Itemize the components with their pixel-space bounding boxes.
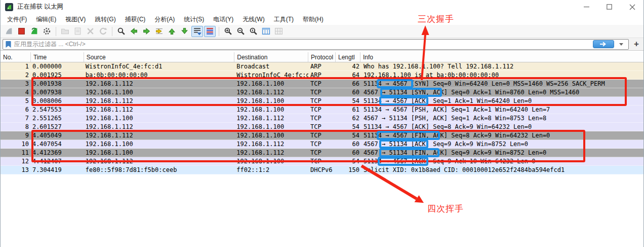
column-header-protocol[interactable]: Protocol <box>308 52 336 62</box>
cell-info: 192.168.1.100 is at ba:0b:00:00:00:00 <box>360 71 643 79</box>
packet-row-11[interactable]: 114.412369192.168.1.100192.168.1.112TCP6… <box>1 149 643 157</box>
column-header-time[interactable]: Time <box>31 52 84 62</box>
fixed-columns-button <box>273 26 285 37</box>
menu-file[interactable]: 文件(F) <box>3 14 31 25</box>
go-to-packet-button[interactable] <box>153 26 165 37</box>
wireshark-logo-icon <box>5 3 13 11</box>
go-last-button[interactable] <box>179 26 190 37</box>
restart-capture-button[interactable] <box>28 26 40 37</box>
auto-scroll-button[interactable] <box>191 26 203 37</box>
cell-no: 3 <box>1 80 31 88</box>
cell-info: 4567 → 51134 [SYN, ACK] Seq=0 Ack=1 Win=… <box>360 88 643 96</box>
menu-analyze[interactable]: 分析(A) <box>150 14 179 25</box>
go-forward-button[interactable] <box>141 26 152 37</box>
zoom-in-button[interactable] <box>222 26 234 37</box>
cell-info: 51134 → 4567 [ACK] Seq=1 Ack=1 Win=64240… <box>360 97 643 105</box>
save-file-icon <box>73 27 82 36</box>
filter-placeholder: 应用显示过滤器 ... <Ctrl-/> <box>14 40 593 49</box>
resize-columns-button[interactable] <box>260 26 272 37</box>
menu-view[interactable]: 视图(V) <box>61 14 90 25</box>
add-filter-button[interactable]: + <box>631 39 641 49</box>
find-packet-button[interactable] <box>115 26 127 37</box>
stop-capture-icon <box>17 27 26 36</box>
stop-capture-button[interactable] <box>16 26 27 37</box>
column-header-source[interactable]: Source <box>84 52 235 62</box>
cell-info: 51134 → 4567 [SYN] Seq=0 Win=64240 Len=0… <box>360 80 643 88</box>
apply-filter-button[interactable] <box>593 40 614 48</box>
packet-row-7[interactable]: 72.551265192.168.1.100192.168.1.112TCP62… <box>1 114 643 123</box>
cell-protocol: TCP <box>308 131 336 139</box>
maximize-button[interactable] <box>598 0 621 14</box>
open-file-icon <box>61 27 69 36</box>
close-button[interactable] <box>621 0 643 14</box>
capture-options-icon <box>43 27 51 36</box>
cell-protocol: TCP <box>308 157 336 165</box>
packet-row-9[interactable]: 94.405049192.168.1.112192.168.1.100TCP54… <box>1 131 643 140</box>
zoom-in-icon <box>224 27 232 36</box>
cell-destination: 192.168.1.112 <box>234 140 308 148</box>
cell-length: 54 <box>336 157 360 165</box>
title-bar: 正在捕获 以太网 <box>1 0 643 14</box>
filter-bar: 应用显示过滤器 ... <Ctrl-/> + <box>1 38 643 50</box>
minimize-button[interactable] <box>575 0 598 14</box>
column-header-length[interactable]: Lengtl <box>336 52 360 62</box>
packet-row-10[interactable]: 104.407054192.168.1.100192.168.1.112TCP6… <box>1 140 643 149</box>
cell-source: 192.168.1.100 <box>84 88 235 96</box>
filter-dropdown-caret[interactable] <box>619 43 623 46</box>
menu-wireless[interactable]: 无线(W) <box>238 14 269 25</box>
packet-row-3[interactable]: 30.001938192.168.1.112192.168.1.100TCP66… <box>1 80 643 88</box>
menu-telephony[interactable]: 电话(Y) <box>209 14 238 25</box>
go-last-icon <box>180 27 189 36</box>
cell-source: 192.168.1.100 <box>84 114 235 122</box>
menu-edit[interactable]: 编辑(E) <box>31 14 61 25</box>
cell-length: 42 <box>336 62 360 70</box>
cell-protocol: TCP <box>308 114 336 122</box>
cell-source: 192.168.1.112 <box>84 105 235 114</box>
cell-length: 64 <box>336 71 360 79</box>
cell-destination: 192.168.1.100 <box>234 157 308 165</box>
cell-no: 6 <box>1 105 31 114</box>
zoom-reset-button[interactable] <box>248 26 259 37</box>
colorize-button[interactable] <box>204 26 216 37</box>
packet-row-5[interactable]: 50.008006192.168.1.112192.168.1.100TCP54… <box>1 97 643 105</box>
go-first-button[interactable] <box>166 26 178 37</box>
zoom-out-button[interactable] <box>235 26 247 37</box>
menu-capture[interactable]: 捕获(C) <box>120 14 150 25</box>
packet-row-6[interactable]: 62.547553192.168.1.112192.168.1.100TCP61… <box>1 105 643 114</box>
cell-source: 192.168.1.100 <box>84 140 235 148</box>
toolbar-separator <box>56 27 56 36</box>
cell-info: 51134 → 4567 [ACK] Seq=9 Ack=10 Win=6423… <box>360 157 643 165</box>
zoom-out-icon <box>236 27 245 36</box>
bookmark-icon[interactable] <box>5 41 12 48</box>
menu-help[interactable]: 帮助(H) <box>298 14 328 25</box>
column-header-destination[interactable]: Destination <box>234 52 308 62</box>
cell-protocol: TCP <box>308 140 336 148</box>
cell-length: 61 <box>336 105 360 114</box>
packet-row-4[interactable]: 40.007938192.168.1.100192.168.1.112TCP60… <box>1 88 643 97</box>
cell-no: 2 <box>1 71 31 79</box>
window-title: 正在捕获 以太网 <box>17 3 63 11</box>
packet-row-1[interactable]: 10.000000WistronInfoC_4e:fc:d1BroadcastA… <box>1 62 643 71</box>
cell-protocol: TCP <box>308 80 336 88</box>
packet-row-8[interactable]: 82.601527192.168.1.112192.168.1.100TCP54… <box>1 123 643 131</box>
go-back-button[interactable] <box>128 26 140 37</box>
menu-statistics[interactable]: 统计(S) <box>179 14 209 25</box>
menu-go[interactable]: 跳转(G) <box>90 14 120 25</box>
restart-capture-icon <box>30 27 38 36</box>
packet-row-13[interactable]: 137.304419fe80::5f98:7d81:f5b0:ceebff02:… <box>1 166 643 174</box>
cell-time: 0.001925 <box>31 71 84 79</box>
column-header-info[interactable]: Info <box>360 52 643 62</box>
menu-tools[interactable]: 工具(T) <box>269 14 298 25</box>
go-first-icon <box>168 27 176 36</box>
go-forward-icon <box>142 27 151 36</box>
cell-protocol: DHCPv6 <box>308 166 336 174</box>
cell-destination: 192.168.1.100 <box>234 131 308 139</box>
capture-options-button[interactable] <box>41 26 53 37</box>
cell-source: 192.168.1.100 <box>84 149 235 157</box>
packet-row-2[interactable]: 20.001925ba:0b:00:00:00:00WistronInfoC_4… <box>1 71 643 80</box>
cell-no: 9 <box>1 131 31 139</box>
packet-row-12[interactable]: 124.412407192.168.1.112192.168.1.100TCP5… <box>1 157 643 166</box>
column-header-no[interactable]: No. <box>1 52 31 62</box>
start-capture-button <box>3 26 15 37</box>
display-filter-input[interactable]: 应用显示过滤器 ... <Ctrl-/> <box>3 39 629 50</box>
